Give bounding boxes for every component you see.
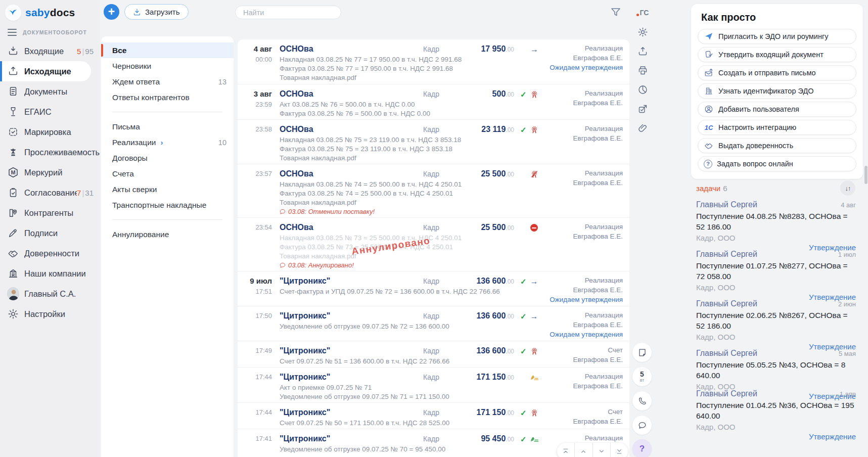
sidebar-item-approval[interactable]: Согласование 7|31 [0, 182, 100, 203]
row-title[interactable]: ОСНОва [280, 168, 313, 179]
row-title[interactable]: ОСНОва [280, 43, 313, 55]
row-title[interactable]: ОСНОва [280, 124, 313, 135]
sidebar-item-powers-of-attorney[interactable]: Доверенности [0, 243, 100, 263]
action-ask-question[interactable]: ? Задать вопрос онлайн [698, 156, 856, 171]
action-setup-integration[interactable]: 1С Настроить интеграцию [698, 120, 856, 135]
scroll-to-top-button[interactable] [557, 443, 574, 457]
row-time: 00:00 [248, 55, 272, 65]
row-title[interactable]: ОСНОва [280, 88, 313, 100]
printer-icon[interactable] [631, 62, 654, 79]
filter-all[interactable]: Все [101, 42, 234, 58]
approved-check-icon: ✓ [520, 126, 527, 133]
gos-services-icon[interactable]: ГС [631, 4, 654, 21]
export-upload-icon[interactable] [631, 42, 654, 60]
row-status-link[interactable]: Ожидаем утверждения [550, 295, 623, 304]
sidebar-item-marking[interactable]: Маркировка [0, 122, 100, 142]
filter-contractor-replies[interactable]: Ответы контрагентов [101, 89, 234, 105]
table-row[interactable]: 3 авг23:59 ОСНОваКадр500.00 ✓ Акт 03.08.… [238, 84, 629, 119]
action-add-user[interactable]: Добавить пользователя [698, 102, 856, 117]
task-action-link[interactable]: Утверждение [696, 432, 856, 441]
action-approve-incoming[interactable]: Утвердить входящий документ [698, 47, 856, 62]
row-title[interactable]: "Цитроникс" [280, 310, 330, 322]
filter-waybills[interactable]: Транспортные накладные [101, 197, 234, 213]
task-date: 4 авг [841, 201, 856, 209]
sidebar-item-traceability[interactable]: Прослеживаемость [0, 142, 100, 162]
table-row[interactable]: 23:58 ОСНОваКадр23 119.00 ✓ Накладная 03… [238, 119, 629, 164]
row-title[interactable]: ОСНОва [280, 222, 313, 233]
settings-gear-icon[interactable] [631, 23, 654, 40]
notes-icon[interactable] [632, 343, 652, 362]
filter-sales[interactable]: Реализации›10 [101, 134, 234, 150]
logo[interactable]: sabydocs [0, 0, 100, 21]
action-invite-edo[interactable]: Пригласить к ЭДО или роумингу [698, 29, 856, 44]
task-export-icon[interactable] [631, 100, 654, 117]
upload-button[interactable]: Загрузить [124, 4, 189, 20]
phone-icon[interactable] [632, 391, 652, 410]
pie-chart-icon[interactable] [631, 81, 654, 98]
filter-contracts[interactable]: Договоры [101, 150, 234, 166]
table-row[interactable]: 23:57 ОСНОваКадр25 500.00 Накладная 03.0… [238, 164, 629, 217]
task-author[interactable]: Главный Сергей [696, 299, 757, 308]
row-status-link[interactable]: Ожидаем утверждения [550, 330, 623, 339]
sidebar-item-outbox[interactable]: Исходящие [0, 61, 91, 81]
search-input[interactable] [235, 6, 341, 19]
scroll-up-button[interactable] [574, 443, 592, 457]
table-row[interactable]: 23:54 ОСНОваКадр25 500.00 Накладная 03.0… [238, 217, 629, 271]
sidebar-item-contractors[interactable]: Контрагенты [0, 203, 100, 223]
action-issue-power-of-attorney[interactable]: Выдать доверенность [698, 138, 856, 153]
table-row[interactable]: 17:50 "Цитроникс"Кадр136 600.00 ✓→ Уведо… [238, 306, 629, 341]
scroll-down-button[interactable] [592, 443, 610, 457]
chat-icon[interactable] [632, 416, 652, 435]
scroll-to-bottom-button[interactable] [610, 443, 628, 457]
task-item[interactable]: Главный Сергей4 авг Поступление 04.08.25… [696, 200, 856, 252]
sidebar-item-mercury[interactable]: М Меркурий [0, 162, 100, 182]
task-author[interactable]: Главный Сергей [696, 389, 757, 398]
task-subject: Поступление 01.07.25 №8277, ОСНОва = 72 … [696, 260, 856, 282]
task-item[interactable]: Главный Сергей1 июл Поступление 01.07.25… [696, 250, 856, 301]
sidebar-item-egais[interactable]: ЕГАИС [0, 102, 100, 122]
table-row[interactable]: 9 июл17:51 "Цитроникс"Кадр136 600.00 ✓→ … [238, 271, 629, 306]
action-create-letter[interactable]: Создать и отправить письмо [698, 65, 856, 80]
row-title[interactable]: "Цитроникс" [280, 407, 330, 418]
row-title[interactable]: "Цитроникс" [280, 276, 330, 287]
hamburger-menu-icon[interactable] [8, 29, 17, 36]
task-author[interactable]: Главный Сергей [696, 200, 757, 209]
tasks-sort-button[interactable]: ↓↑ [840, 180, 855, 196]
row-title[interactable]: "Цитроникс" [280, 345, 330, 356]
help-icon[interactable]: ? [632, 439, 652, 457]
table-row[interactable]: 17:44 "Цитроникс"Кадр171 150.00 ✓ Счет 0… [238, 402, 629, 429]
sidebar-item-settings[interactable]: Настройки [0, 304, 100, 324]
task-item[interactable]: Главный Сергей2 июн Поступление 02.06.25… [696, 299, 856, 351]
paperclip-icon[interactable] [631, 119, 654, 136]
filter-letters[interactable]: Письма [101, 119, 234, 134]
filter-reconciliation-acts[interactable]: Акты сверки [101, 181, 234, 197]
row-date: 3 авг [248, 88, 272, 100]
filter-awaiting-reply[interactable]: Ждем ответа13 [101, 74, 234, 89]
create-button[interactable]: + [104, 4, 119, 20]
calendar-date-icon[interactable]: 5вт [632, 367, 652, 386]
table-row[interactable]: 4 авг00:00 ОСНОваКадр17 950.00 → Накладн… [238, 39, 629, 84]
task-item[interactable]: Главный Сергей1 апр Поступление 01.04.25… [696, 389, 856, 441]
sidebar-item-signatures[interactable]: Подписи [0, 223, 100, 243]
sidebar-item-our-companies[interactable]: Наши компании [0, 263, 100, 284]
sidebar-item-documents[interactable]: Документы [0, 81, 100, 102]
task-author[interactable]: Главный Сергей [696, 250, 757, 259]
table-row[interactable]: 17:44 "Цитроникс"Кадр171 150.00 Акт о пр… [238, 367, 629, 402]
task-author[interactable]: Главный Сергей [696, 349, 757, 358]
sidebar-nav: Входящие 5|95 Исходящие Документы ЕГАИС … [0, 41, 100, 324]
filter-annulment[interactable]: Аннулирование [101, 226, 234, 242]
filter-invoices[interactable]: Счета [101, 166, 234, 181]
filter-funnel-icon[interactable] [610, 6, 622, 18]
row-status-link[interactable]: Ожидаем утверждения [550, 63, 623, 72]
row-title[interactable]: "Цитроникс" [280, 372, 330, 383]
one-c-icon: 1С [704, 122, 714, 132]
sidebar-item-inbox[interactable]: Входящие 5|95 [0, 41, 100, 61]
action-edo-identifier[interactable]: Узнать идентификатор ЭДО [698, 83, 856, 99]
row-title[interactable]: "Цитроникс" [280, 433, 330, 444]
filter-panel: Все Черновики Ждем ответа13 Ответы контр… [101, 36, 234, 457]
filter-drafts[interactable]: Черновики [101, 58, 234, 74]
sidebar-item-profile[interactable]: Главный С.А. [0, 284, 100, 304]
table-row[interactable]: 17:49 "Цитроникс"Кадр136 600.00 ✓ Счет 0… [238, 341, 629, 367]
task-org: Кадр, ООО [696, 234, 856, 242]
scrollbar-thumb[interactable] [864, 166, 867, 184]
